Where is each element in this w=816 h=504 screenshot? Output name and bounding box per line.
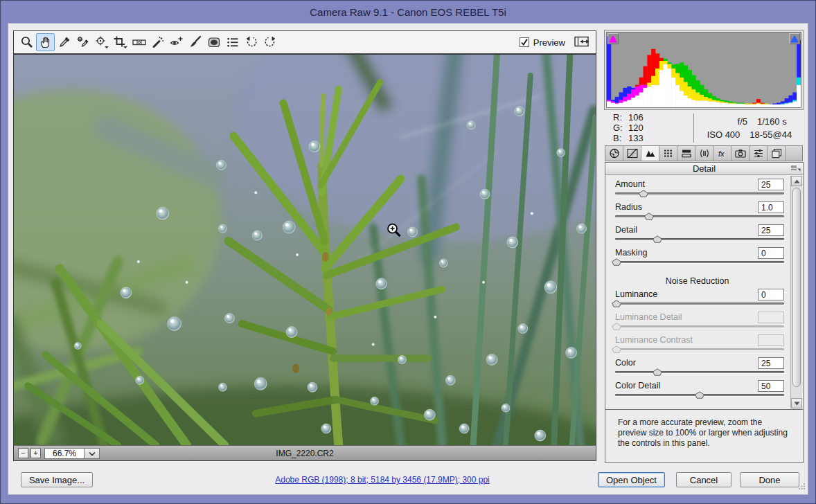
window-title: Camera Raw 9.1 - Canon EOS REBEL T5i xyxy=(310,6,506,18)
white-balance-tool-button[interactable] xyxy=(55,33,73,51)
slider-value-field[interactable]: 25 xyxy=(758,357,784,369)
slider-thumb[interactable] xyxy=(639,188,648,195)
slider-value-field xyxy=(758,334,784,346)
preview-checkbox[interactable] xyxy=(520,37,529,47)
rgb-readout: R:106 G:120 B:133 xyxy=(613,112,644,143)
flyout-menu-icon xyxy=(790,165,801,172)
b-label: B: xyxy=(613,133,628,143)
slider-track[interactable] xyxy=(615,371,784,373)
slider-thumb[interactable] xyxy=(644,210,654,218)
slider-label: Detail xyxy=(615,225,637,235)
slider-label: Radius xyxy=(615,202,642,212)
slider-track[interactable] xyxy=(615,261,784,263)
highlight-clipping-icon xyxy=(790,35,799,44)
slider-thumb[interactable] xyxy=(695,389,704,397)
shadow-clipping-button[interactable] xyxy=(607,33,619,44)
slider-amount: Amount 25 xyxy=(615,179,784,200)
zoom-tool-button[interactable] xyxy=(17,33,36,51)
highlight-clipping-button[interactable] xyxy=(789,33,800,44)
noise-reduction-header: Noise Reduction xyxy=(605,276,789,286)
tab-snapshots[interactable] xyxy=(768,146,786,161)
hsl-grayscale-icon xyxy=(662,148,675,159)
slider-label: Color Detail xyxy=(615,381,660,390)
tab-basic[interactable] xyxy=(605,146,623,161)
spot-removal-tool-icon xyxy=(151,35,165,49)
red-eye-removal-tool-button[interactable] xyxy=(167,33,186,51)
targeted-adjustment-tool-button[interactable] xyxy=(92,33,111,51)
slider-value-field[interactable]: 0 xyxy=(758,247,784,259)
scroll-down-button[interactable] xyxy=(791,398,802,408)
g-label: G: xyxy=(613,123,628,133)
spot-removal-tool-button[interactable] xyxy=(148,33,167,51)
slider-value-field[interactable]: 25 xyxy=(758,179,784,190)
white-balance-tool-icon xyxy=(57,35,71,49)
slider-luminance: Luminance 0 xyxy=(615,289,784,310)
info-divider xyxy=(693,114,694,143)
tab-tone-curve[interactable] xyxy=(623,146,641,161)
slider-thumb xyxy=(612,343,621,351)
slider-value-field[interactable]: 0 xyxy=(758,289,784,300)
tone-curve-icon xyxy=(626,148,639,159)
aperture-value: f/5 xyxy=(700,115,747,128)
straighten-tool-button[interactable] xyxy=(130,33,148,51)
rotate-right-button[interactable] xyxy=(260,33,279,51)
fullscreen-toggle-button[interactable] xyxy=(574,35,590,51)
tab-presets[interactable] xyxy=(750,146,768,161)
done-button[interactable]: Done xyxy=(740,472,799,487)
adjustment-brush-tool-button[interactable] xyxy=(186,33,204,51)
preview-label: Preview xyxy=(533,37,565,48)
scroll-up-button[interactable] xyxy=(791,176,802,186)
tab-detail[interactable] xyxy=(641,146,659,161)
slider-masking: Masking 0 xyxy=(615,248,784,269)
rotate-left-icon xyxy=(245,35,258,49)
fullscreen-toggle-icon xyxy=(574,35,590,51)
tab-split-toning[interactable] xyxy=(677,146,695,161)
color-sampler-tool-button[interactable] xyxy=(73,33,92,51)
slider-thumb[interactable] xyxy=(612,298,621,305)
tab-camera-calibration[interactable] xyxy=(731,146,750,161)
slider-thumb[interactable] xyxy=(653,366,662,374)
title-bar[interactable]: Camera Raw 9.1 - Canon EOS REBEL T5i xyxy=(1,1,815,23)
slider-value-field[interactable]: 25 xyxy=(758,224,784,236)
snapshots-icon xyxy=(770,148,783,159)
split-toning-icon xyxy=(680,148,693,159)
hand-tool-button[interactable] xyxy=(36,33,55,51)
slider-label: Luminance Contrast xyxy=(615,335,693,345)
slider-thumb xyxy=(612,321,621,328)
save-image-button[interactable]: Save Image... xyxy=(21,472,93,487)
filename-label: IMG_2220.CR2 xyxy=(14,449,596,458)
slider-track[interactable] xyxy=(615,215,784,217)
slider-track[interactable] xyxy=(615,238,784,240)
b-value: 133 xyxy=(628,133,644,143)
slider-track xyxy=(615,325,784,327)
tab-lens-corrections[interactable] xyxy=(695,146,713,161)
slider-thumb[interactable] xyxy=(612,256,621,264)
presets-icon xyxy=(752,148,765,159)
targeted-adjustment-tool-icon xyxy=(94,35,109,49)
crop-tool-button[interactable] xyxy=(111,33,130,51)
rotate-left-button[interactable] xyxy=(242,33,260,51)
slider-thumb[interactable] xyxy=(653,233,662,241)
scrollbar-thumb[interactable] xyxy=(792,188,801,387)
hand-tool-icon xyxy=(39,35,53,49)
slider-value-field[interactable]: 1.0 xyxy=(758,201,784,213)
tab-effects[interactable]: fx xyxy=(713,146,731,161)
photo-preview[interactable] xyxy=(14,55,596,445)
preferences-button[interactable] xyxy=(223,33,242,51)
detail-panel: Detail Amount 25 Radius 1.0 Detail xyxy=(605,162,804,463)
slider-track[interactable] xyxy=(615,303,784,305)
panel-menu-button[interactable] xyxy=(790,165,801,172)
open-object-button[interactable]: Open Object xyxy=(598,472,665,487)
scroll-down-icon xyxy=(794,402,800,406)
radial-filter-tool-button[interactable] xyxy=(204,33,223,51)
tab-hsl-grayscale[interactable] xyxy=(659,146,677,161)
preview-area: − + 66.7% IMG_2220.CR2 xyxy=(13,54,596,461)
toolbar: Preview xyxy=(13,30,596,54)
resize-grip[interactable] xyxy=(799,480,806,492)
r-value: 106 xyxy=(628,112,644,123)
slider-value-field[interactable]: 50 xyxy=(758,380,784,392)
detail-icon xyxy=(644,148,657,159)
cancel-button[interactable]: Cancel xyxy=(676,472,731,487)
panel-scrollbar[interactable] xyxy=(790,176,802,408)
workflow-options-link[interactable]: Adobe RGB (1998); 8 bit; 5184 by 3456 (1… xyxy=(209,475,556,485)
